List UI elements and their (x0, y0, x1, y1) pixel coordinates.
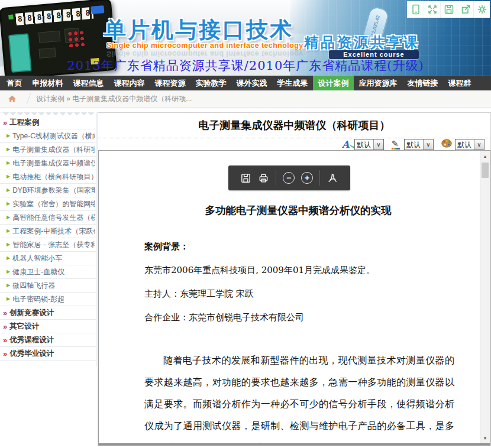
sidebar-item[interactable]: » ▶ DYB环境参数采集（国家重大科... (0, 184, 96, 197)
section-arrows-icon: » (3, 323, 7, 330)
site-banner: 12.035.42 88888888 单片机与接口技术 Single chip … (0, 0, 491, 76)
reader-controls: A→ 默认 ∨ ✎ 默认 ∨ 默认 ∨ (98, 138, 490, 150)
sidebar-item-label: 实验室（宿舍）的智能网络信息化 (12, 199, 95, 209)
breadcrumb-trail[interactable]: 设计案例 » 电子测量集成仪器中频谱仪（科研项... (36, 94, 192, 104)
nav-item[interactable]: 友情链接 (402, 76, 443, 90)
bullet-icon: ▶ (7, 202, 10, 206)
save-icon[interactable] (440, 1, 457, 18)
nav-item[interactable]: 课程资源 (150, 76, 190, 90)
bullet-icon: ▶ (7, 229, 10, 233)
bullet-icon: ▶ (7, 134, 10, 138)
main-nav: 首页申报材料课程信息课程内容课程资源实验教学课外实践学生成果设计案例应用资源库友… (0, 76, 491, 90)
sidebar-item[interactable]: » ▶ 工程案例-中断技术（宋跃创新项... (0, 225, 96, 238)
pdf-page: − + 多功能电子测量仪器中频谱分析仪的实现 案例背景： 东莞市2006年重点科… (99, 165, 480, 446)
nav-item[interactable]: 课程内容 (109, 76, 150, 90)
bullet-icon: ▶ (7, 270, 10, 274)
keypad-buttons (67, 30, 86, 49)
chevron-down-icon[interactable]: ∨ (373, 139, 383, 150)
nav-item[interactable]: 申报材料 (27, 76, 68, 90)
bullet-icon: ▶ (7, 297, 10, 301)
sidebar-item-label: 机器人智能小车 (12, 254, 95, 264)
home-icon[interactable] (0, 95, 24, 103)
adobe-pdf-icon[interactable] (327, 172, 338, 184)
sidebar-item[interactable]: » ▶ 智能家居－张志坚（获专利项目） (0, 238, 96, 252)
nav-item[interactable]: 应用资源库 (354, 76, 402, 90)
page-color-select[interactable]: 默认 ∨ (455, 139, 484, 150)
chip (38, 31, 60, 43)
section-arrows-icon: » (3, 336, 7, 344)
zoom-in-icon[interactable]: + (301, 172, 313, 184)
document-paragraph: 随着电子技术的发展和新型器件的出现，现代测量技术对测量仪器的要求越来越高，对功能… (144, 349, 454, 446)
print-icon[interactable] (258, 173, 269, 184)
chevron-down-icon[interactable]: ∨ (474, 139, 484, 150)
bullet-icon: ▶ (7, 161, 10, 165)
nav-item[interactable]: 设计案例 (313, 76, 354, 90)
font-color-control: ✎ 默认 ∨ (392, 139, 434, 150)
save-icon[interactable] (240, 173, 251, 184)
sidebar-item[interactable]: » ▶ 其它设计 (0, 320, 96, 333)
sidebar-item[interactable]: » ▶ 机器人智能小车 (0, 252, 96, 265)
sidebar-item-label: 微四轴飞行器 (12, 281, 95, 291)
connector (91, 5, 104, 14)
section-arrows-icon: » (3, 119, 7, 126)
nav-item[interactable]: 课程群 (443, 76, 476, 90)
zoom-out-icon[interactable]: − (283, 172, 295, 184)
sidebar-item[interactable]: » ▶ 电子测量集成仪器（科研项目来... (0, 143, 96, 157)
sidebar-item[interactable]: » ▶ 创新竞赛设计 (0, 306, 96, 320)
sidebar-item[interactable]: » ▶ 健康卫士-血糖仪 (0, 265, 96, 279)
page-color-control: 默认 ∨ (441, 139, 484, 150)
sidebar-item-label: 工程案例 (9, 118, 95, 128)
toolbar-divider (319, 170, 320, 186)
sidebar-item[interactable]: » ▶ 微四轴飞行器 (0, 279, 96, 293)
vertical-scrollbar[interactable]: ▲ ▼ (480, 151, 490, 443)
sidebar-item-label: 电动推柜（横向科研项目） (12, 172, 95, 182)
sidebar-item-label: 创新竞赛设计 (9, 308, 95, 318)
scrollbar-thumb[interactable] (482, 163, 489, 178)
award-line: 2013年广东省精品资源共享课/2010年广东省精品课程(升级) (0, 57, 491, 74)
page-color-icon (441, 139, 452, 150)
font-color-select[interactable]: 默认 ∨ (404, 139, 434, 150)
document-line: 东莞市2006年重点科技项目, 2009年01月完成成果鉴定。 (144, 265, 452, 276)
led (8, 14, 14, 20)
sidebar-item-label: 健康卫士-血糖仪 (12, 267, 95, 277)
font-size-control: A→ 默认 ∨ (342, 139, 384, 150)
main-content: 电子测量集成仪器中频谱仪（科研项目） A→ 默认 ∨ ✎ 默认 ∨ (98, 112, 491, 446)
nav-item[interactable]: 实验教学 (190, 76, 231, 90)
sidebar-item-label: 其它设计 (9, 322, 95, 332)
font-size-icon: A→ (342, 139, 351, 150)
sidebar-item[interactable]: » ▶ 电子密码锁-彭超 (0, 293, 96, 306)
font-size-select[interactable]: 默认 ∨ (354, 139, 384, 150)
settings-icon[interactable] (473, 1, 490, 18)
mobile-icon[interactable] (407, 1, 424, 18)
scroll-down-icon[interactable]: ▼ (480, 433, 490, 443)
sidebar-item-label: 电子密码锁-彭超 (12, 294, 95, 304)
fullscreen-icon[interactable] (424, 1, 440, 18)
toolbar-divider (276, 170, 276, 186)
sidebar: » ▶ 工程案例 » ▶ Type-C线材测试仪器（横向项目... » ▶ 电子… (0, 112, 96, 366)
bullet-icon: ▶ (7, 215, 10, 220)
pdf-viewer: − + 多功能电子测量仪器中频谱分析仪的实现 案例背景： 东莞市2006年重点科… (98, 150, 490, 446)
page: 12.035.42 88888888 单片机与接口技术 Single chip … (0, 0, 491, 448)
share-icon[interactable] (457, 1, 473, 18)
sidebar-item[interactable]: » ▶ 高智能任意信号发生器（横向科... (0, 211, 96, 225)
nav-item[interactable]: 课外实践 (231, 76, 272, 90)
sidebar-item[interactable]: » ▶ 电子测量集成仪器中频谱仪（科... (0, 157, 96, 170)
sidebar-item[interactable]: » ▶ 电动推柜（横向科研项目） (0, 170, 96, 184)
sidebar-item[interactable]: » ▶ 优秀课程设计 (0, 333, 96, 347)
nav-item[interactable]: 首页 (2, 76, 27, 90)
sidebar-item[interactable]: » ▶ 实验室（宿舍）的智能网络信息化 (0, 197, 96, 211)
bullet-icon: ▶ (7, 242, 10, 247)
sidebar-item[interactable]: » ▶ 优秀毕业设计 (0, 347, 96, 361)
sidebar-item-label: 优秀课程设计 (9, 335, 95, 345)
sidebar-item[interactable]: » ▶ 工程案例 (0, 116, 96, 129)
bullet-icon: ▶ (7, 147, 10, 152)
nav-item[interactable]: 学生成果 (272, 76, 313, 90)
scroll-up-icon[interactable]: ▲ (480, 151, 490, 161)
nav-item[interactable]: 课程信息 (68, 76, 109, 90)
chevron-down-icon[interactable]: ∨ (423, 139, 433, 150)
sidebar-item[interactable]: » ▶ Type-C线材测试仪器（横向项目... (0, 129, 96, 143)
document-line: 主持人：东莞理工学院 宋跃 (144, 288, 452, 300)
site-subtitle-reflection: Single chip microcomputer and interface … (106, 50, 303, 58)
site-subtitle: Single chip microcomputer and interface … (106, 41, 303, 50)
site-title: 单片机与接口技术 (104, 15, 293, 45)
